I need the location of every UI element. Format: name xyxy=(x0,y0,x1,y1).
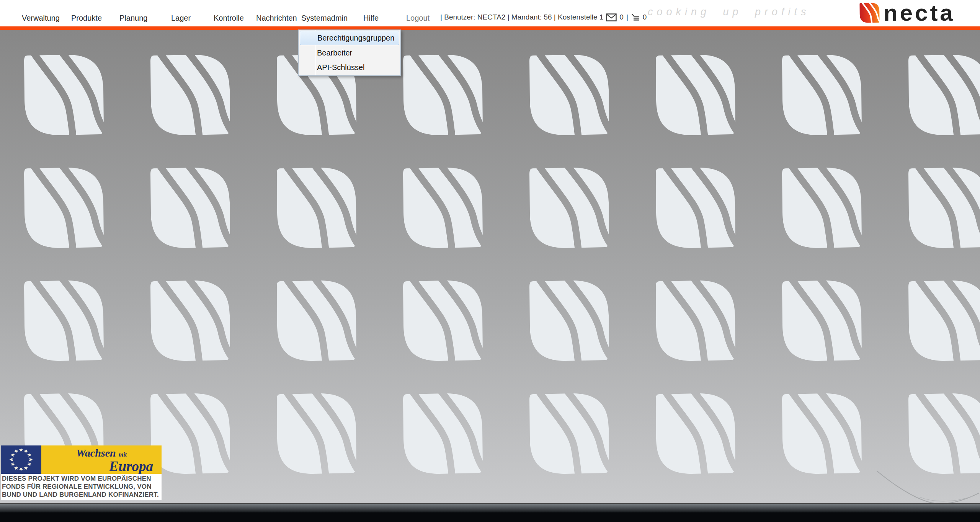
brand-name: necta xyxy=(884,2,955,24)
eu-text-line: FONDS FÜR REGIONALE ENTWICKLUNG, VON xyxy=(2,483,160,491)
bottom-bar-black xyxy=(0,512,980,522)
menu-item-bearbeiter[interactable]: Bearbeiter xyxy=(299,46,400,60)
eu-banner-text: DIESES PROJEKT WIRD VOM EUROPÄISCHEN FON… xyxy=(1,474,162,500)
eu-flag xyxy=(1,445,41,474)
nav-item-kontrolle[interactable]: Kontrolle xyxy=(214,14,244,23)
session-info: | Benutzer: NECTA2 | Mandant: 56 | Koste… xyxy=(440,13,647,21)
systemadmin-dropdown-menu: Berechtigungsgruppen Bearbeiter API-Schl… xyxy=(298,29,401,76)
task-list-icon[interactable] xyxy=(631,13,640,21)
eu-text-line: BUND UND LAND BURGENLAND KOFINANZIERT. xyxy=(2,491,160,499)
eu-banner-top: Wachsen mit Europa xyxy=(1,445,162,474)
necta-leaf-icon xyxy=(859,2,880,23)
task-count: 0 xyxy=(643,13,647,21)
nav-item-nachrichten[interactable]: Nachrichten xyxy=(256,14,297,23)
nav-item-planung[interactable]: Planung xyxy=(119,14,147,23)
user-info-text: | Benutzer: NECTA2 | Mandant: 56 | Koste… xyxy=(440,13,603,21)
main-content: Wachsen mit Europa DIESES PROJEKT WIRD V… xyxy=(0,30,980,503)
bottom-bar-gradient xyxy=(0,504,980,512)
eu-stars-icon xyxy=(1,445,41,474)
eu-title-europa: Europa xyxy=(41,460,162,473)
nav-item-verwaltung[interactable]: Verwaltung xyxy=(22,14,60,23)
logout-link[interactable]: Logout xyxy=(406,14,430,23)
menu-item-api-schluessel[interactable]: API-Schlüssel xyxy=(299,60,400,75)
accent-bar xyxy=(0,26,980,30)
nav-item-hilfe[interactable]: Hilfe xyxy=(363,14,379,23)
mail-count: 0 xyxy=(619,13,624,21)
eu-title-wachsen: Wachsen xyxy=(76,447,116,459)
eu-funding-banner: Wachsen mit Europa DIESES PROJEKT WIRD V… xyxy=(1,445,162,500)
brand-tagline: cooking up profits xyxy=(648,6,810,18)
eu-title-mit: mit xyxy=(119,451,127,458)
nav-item-produkte[interactable]: Produkte xyxy=(71,14,102,23)
eu-text-line: DIESES PROJEKT WIRD VOM EUROPÄISCHEN xyxy=(2,475,160,483)
brand-logo: necta xyxy=(859,2,955,24)
top-header: Verwaltung Produkte Planung Lager Kontro… xyxy=(0,0,980,26)
fenz-swoosh-icon xyxy=(873,466,980,503)
menu-item-berechtigungsgruppen[interactable]: Berechtigungsgruppen xyxy=(300,31,399,45)
nav-item-systemadmin[interactable]: Systemadmin xyxy=(301,14,348,23)
nav-item-lager[interactable]: Lager xyxy=(171,14,191,23)
eu-banner-title: Wachsen mit Europa xyxy=(41,445,162,474)
leaf-pattern-background xyxy=(0,30,980,503)
bottom-bar xyxy=(0,503,980,522)
app-window: Verwaltung Produkte Planung Lager Kontro… xyxy=(0,0,980,522)
envelope-icon[interactable] xyxy=(606,13,617,21)
session-divider: | xyxy=(626,13,628,21)
